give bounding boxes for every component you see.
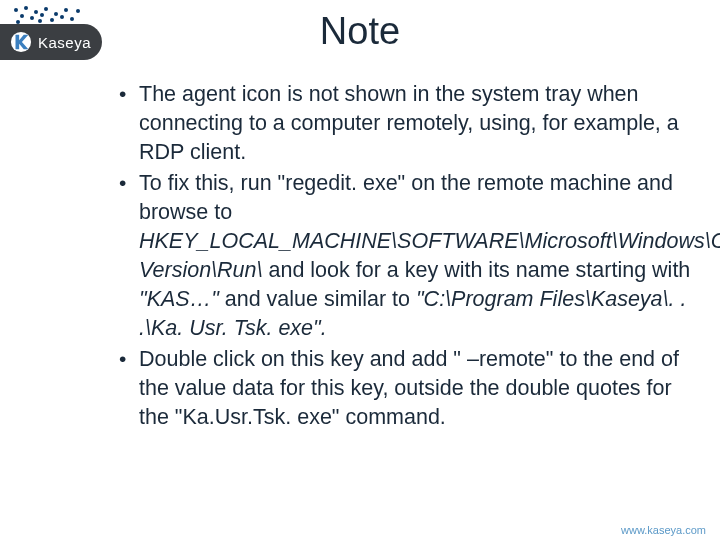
list-item: Double click on this key and add " –remo… [115,345,695,432]
bullet-list: The agent icon is not shown in the syste… [115,80,695,432]
bullet-text: Double click on this key and add " –remo… [139,347,679,429]
list-item: To fix this, run "regedit. exe" on the r… [115,169,695,343]
list-item: The agent icon is not shown in the syste… [115,80,695,167]
bullet-italic: "KAS…" [139,287,225,311]
slide-title: Note [0,10,720,53]
footer: www.kaseya.com [0,516,720,540]
footer-url: www.kaseya.com [621,524,706,536]
bullet-text: To fix this, run "regedit. exe" on the r… [139,171,673,224]
slide-body: The agent icon is not shown in the syste… [115,80,695,434]
bullet-text: and value similar to [225,287,416,311]
bullet-text: The agent icon is not shown in the syste… [139,82,679,164]
bullet-text: and look for a key with its name startin… [263,258,691,282]
